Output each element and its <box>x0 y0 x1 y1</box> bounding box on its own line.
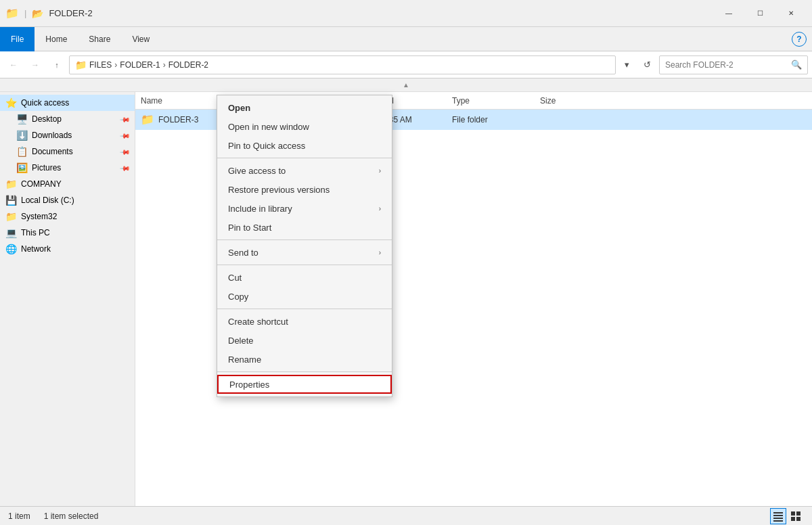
sidebar-label-downloads: Downloads <box>32 131 72 140</box>
address-bar: ← → ↑ 📁 FILES › FOLDER-1 › FOLDER-2 ▾ ↺ … <box>0 51 812 78</box>
ctx-open[interactable]: Open <box>217 98 392 117</box>
network-icon: 🌐 <box>5 244 17 254</box>
ctx-give-access-label: Give access to <box>228 166 286 176</box>
svg-rect-3 <box>773 520 783 522</box>
up-button[interactable]: ↑ <box>47 55 66 74</box>
view-large-icons-button[interactable] <box>788 508 804 524</box>
sidebar-label-company: COMPANY <box>21 179 62 189</box>
pin-icon-pictures: 📌 <box>120 162 131 173</box>
ctx-copy[interactable]: Copy <box>217 287 392 306</box>
path-icon: 📁 <box>75 60 87 70</box>
sort-up-icon: ▲ <box>403 81 409 89</box>
ctx-include-library-label: Include in library <box>228 204 292 214</box>
ctx-give-access-arrow: › <box>379 167 381 175</box>
sidebar-item-localdisk[interactable]: 💾 Local Disk (C:) <box>0 192 135 208</box>
sidebar-item-network[interactable]: 🌐 Network <box>0 241 135 257</box>
path-part-3: FOLDER-2 <box>168 60 208 70</box>
ctx-send-to-arrow: › <box>379 249 381 256</box>
maximize-button[interactable]: ☐ <box>744 0 775 27</box>
title-bar-separator: | <box>24 8 26 18</box>
sidebar-item-documents[interactable]: 📋 Documents 📌 <box>11 143 135 160</box>
ctx-separator-4 <box>217 309 392 309</box>
ctx-separator-2 <box>217 239 392 240</box>
address-path[interactable]: 📁 FILES › FOLDER-1 › FOLDER-2 <box>69 55 616 74</box>
title-bar-icons: 📁 | 📂 FOLDER-2 <box>5 7 93 20</box>
ctx-properties[interactable]: Properties <box>217 375 392 394</box>
tab-view[interactable]: View <box>121 27 160 51</box>
path-chevron-2: › <box>163 60 166 70</box>
col-header-size[interactable]: Size <box>540 96 608 106</box>
ctx-pin-quick-access[interactable]: Pin to Quick access <box>217 136 392 155</box>
sidebar-label-pictures: Pictures <box>32 163 61 173</box>
ctx-send-to-label: Send to <box>228 248 258 258</box>
path-part-1: FILES <box>89 60 112 70</box>
documents-icon: 📋 <box>16 146 28 157</box>
ctx-separator-1 <box>217 158 392 158</box>
path-chevron-1: › <box>114 60 117 70</box>
ctx-separator-3 <box>217 265 392 265</box>
sidebar: ⭐ Quick access 🖥️ Desktop 📌 ⬇️ Downloads… <box>0 92 135 506</box>
help-button[interactable]: ? <box>792 32 807 47</box>
sidebar-item-pictures[interactable]: 🖼️ Pictures 📌 <box>11 160 135 176</box>
ctx-cut[interactable]: Cut <box>217 268 392 287</box>
ctx-open-new-window[interactable]: Open in new window <box>217 117 392 136</box>
col-header-type[interactable]: Type <box>452 96 540 106</box>
ctx-give-access[interactable]: Give access to › <box>217 161 392 180</box>
sidebar-label-localdisk: Local Disk (C:) <box>21 196 74 205</box>
ctx-include-library[interactable]: Include in library › <box>217 199 392 218</box>
pictures-icon: 🖼️ <box>16 162 28 173</box>
svg-rect-2 <box>773 518 783 519</box>
ctx-pin-start[interactable]: Pin to Start <box>217 218 392 237</box>
desktop-icon: 🖥️ <box>16 114 28 124</box>
system32-folder-icon: 📁 <box>5 211 17 222</box>
sidebar-item-downloads[interactable]: ⬇️ Downloads 📌 <box>11 127 135 143</box>
sidebar-item-system32[interactable]: 📁 System32 <box>0 208 135 225</box>
search-box[interactable]: 🔍 <box>659 55 808 74</box>
sidebar-item-quick-access[interactable]: ⭐ Quick access <box>0 95 135 111</box>
downloads-icon: ⬇️ <box>16 130 28 141</box>
context-menu: Open Open in new window Pin to Quick acc… <box>217 95 392 397</box>
ctx-separator-5 <box>217 371 392 372</box>
tab-home[interactable]: Home <box>35 27 78 51</box>
title-folder-icon: 📂 <box>32 8 43 19</box>
sidebar-label-quick-access: Quick access <box>21 98 69 108</box>
search-icon: 🔍 <box>791 60 802 70</box>
quick-access-section: 🖥️ Desktop 📌 ⬇️ Downloads 📌 📋 Documents … <box>0 111 135 176</box>
svg-rect-0 <box>773 512 783 513</box>
ctx-send-to[interactable]: Send to › <box>217 243 392 262</box>
sidebar-item-thispc[interactable]: 💻 This PC <box>0 225 135 241</box>
sidebar-item-desktop[interactable]: 🖥️ Desktop 📌 <box>11 111 135 127</box>
tab-share[interactable]: Share <box>78 27 121 51</box>
back-button[interactable]: ← <box>4 55 23 74</box>
column-sort-bar: ▲ <box>0 78 812 92</box>
svg-rect-5 <box>796 511 800 516</box>
svg-rect-6 <box>791 517 795 521</box>
address-dropdown[interactable]: ▾ <box>618 55 635 74</box>
ribbon: File Home Share View ? <box>0 27 812 51</box>
window-controls: — ☐ ✕ <box>713 0 807 27</box>
view-details-button[interactable] <box>770 508 786 524</box>
sidebar-label-documents: Documents <box>32 147 73 156</box>
pin-icon-documents: 📌 <box>120 146 131 157</box>
sidebar-label-system32: System32 <box>21 212 57 221</box>
pin-icon-desktop: 📌 <box>120 114 131 124</box>
ctx-rename[interactable]: Rename <box>217 350 392 369</box>
title-text: FOLDER-2 <box>49 8 92 18</box>
sidebar-item-company[interactable]: 📁 COMPANY <box>0 176 135 192</box>
svg-rect-1 <box>773 515 783 516</box>
company-folder-icon: 📁 <box>5 179 17 189</box>
ctx-restore-versions[interactable]: Restore previous versions <box>217 180 392 199</box>
refresh-button[interactable]: ↺ <box>637 55 656 74</box>
forward-button[interactable]: → <box>26 55 45 74</box>
ctx-delete[interactable]: Delete <box>217 331 392 350</box>
tab-file[interactable]: File <box>0 27 35 51</box>
search-input[interactable] <box>665 60 787 70</box>
minimize-button[interactable]: — <box>713 0 744 27</box>
sidebar-label-desktop: Desktop <box>32 114 62 124</box>
ctx-create-shortcut[interactable]: Create shortcut <box>217 312 392 331</box>
file-type: File folder <box>452 115 540 124</box>
status-bar: 1 item 1 item selected <box>0 506 812 525</box>
file-folder-icon: 📁 <box>141 113 154 127</box>
close-button[interactable]: ✕ <box>775 0 807 27</box>
star-icon: ⭐ <box>5 97 17 108</box>
